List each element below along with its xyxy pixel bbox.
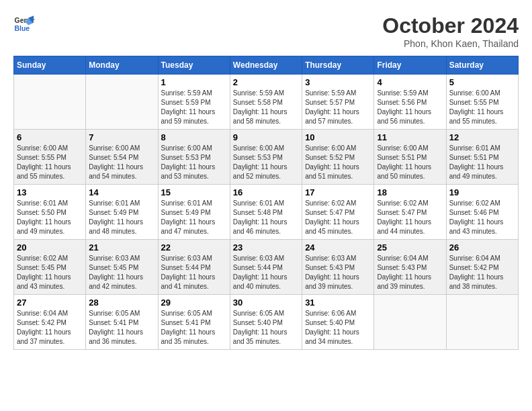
calendar-day: 30Sunrise: 6:05 AMSunset: 5:40 PMDayligh… (230, 295, 302, 350)
day-header-thursday: Thursday (302, 56, 374, 75)
day-number: 7 (89, 132, 154, 142)
day-info: Sunrise: 6:03 AMSunset: 5:44 PMDaylight:… (161, 254, 227, 291)
day-info: Sunrise: 6:05 AMSunset: 5:41 PMDaylight:… (89, 309, 154, 347)
day-info: Sunrise: 6:01 AMSunset: 5:49 PMDaylight:… (161, 199, 227, 236)
calendar-day: 6Sunrise: 6:00 AMSunset: 5:55 PMDaylight… (14, 130, 86, 185)
day-number: 26 (449, 242, 515, 253)
day-info: Sunrise: 6:03 AMSunset: 5:45 PMDaylight:… (89, 254, 154, 291)
day-info: Sunrise: 5:59 AMSunset: 5:58 PMDaylight:… (233, 89, 299, 126)
calendar-day: 27Sunrise: 6:04 AMSunset: 5:42 PMDayligh… (14, 295, 86, 350)
day-number: 20 (17, 242, 83, 253)
day-header-monday: Monday (86, 56, 158, 75)
day-number: 21 (89, 242, 154, 253)
logo: General Blue (13, 13, 35, 35)
day-number: 1 (161, 77, 227, 87)
day-number: 24 (305, 242, 371, 253)
day-number: 29 (161, 298, 227, 308)
day-info: Sunrise: 6:00 AMSunset: 5:54 PMDaylight:… (89, 144, 154, 181)
day-header-saturday: Saturday (446, 56, 518, 75)
calendar-week-row: 1Sunrise: 5:59 AMSunset: 5:59 PMDaylight… (14, 75, 519, 130)
day-info: Sunrise: 6:05 AMSunset: 5:41 PMDaylight:… (161, 309, 227, 347)
day-info: Sunrise: 5:59 AMSunset: 5:56 PMDaylight:… (377, 89, 443, 126)
calendar-day: 8Sunrise: 6:00 AMSunset: 5:53 PMDaylight… (158, 130, 230, 185)
day-number: 30 (233, 298, 299, 308)
day-number: 23 (233, 242, 299, 253)
calendar-day: 14Sunrise: 6:01 AMSunset: 5:49 PMDayligh… (86, 185, 158, 240)
day-info: Sunrise: 6:03 AMSunset: 5:44 PMDaylight:… (233, 254, 299, 291)
day-info: Sunrise: 6:03 AMSunset: 5:43 PMDaylight:… (305, 254, 371, 291)
day-info: Sunrise: 6:00 AMSunset: 5:53 PMDaylight:… (233, 144, 299, 181)
day-info: Sunrise: 6:00 AMSunset: 5:52 PMDaylight:… (305, 144, 371, 181)
day-info: Sunrise: 6:02 AMSunset: 5:47 PMDaylight:… (377, 199, 443, 236)
location: Phon, Khon Kaen, Thailand (382, 38, 519, 49)
day-info: Sunrise: 6:05 AMSunset: 5:40 PMDaylight:… (233, 309, 299, 347)
calendar-day: 5Sunrise: 6:00 AMSunset: 5:55 PMDaylight… (446, 75, 518, 130)
calendar-day: 28Sunrise: 6:05 AMSunset: 5:41 PMDayligh… (86, 295, 158, 350)
day-info: Sunrise: 5:59 AMSunset: 5:57 PMDaylight:… (305, 89, 371, 126)
day-info: Sunrise: 6:04 AMSunset: 5:42 PMDaylight:… (17, 309, 83, 347)
calendar-day: 4Sunrise: 5:59 AMSunset: 5:56 PMDaylight… (374, 75, 446, 130)
calendar-day: 9Sunrise: 6:00 AMSunset: 5:53 PMDaylight… (230, 130, 302, 185)
day-number: 8 (161, 132, 227, 142)
calendar-day: 29Sunrise: 6:05 AMSunset: 5:41 PMDayligh… (158, 295, 230, 350)
calendar-day: 16Sunrise: 6:01 AMSunset: 5:48 PMDayligh… (230, 185, 302, 240)
calendar-day: 20Sunrise: 6:02 AMSunset: 5:45 PMDayligh… (14, 240, 86, 295)
title-block: October 2024 Phon, Khon Kaen, Thailand (382, 13, 519, 49)
day-number: 13 (17, 187, 83, 197)
day-number: 11 (377, 132, 443, 142)
calendar-day (86, 75, 158, 130)
day-info: Sunrise: 6:04 AMSunset: 5:42 PMDaylight:… (449, 254, 515, 291)
calendar-day: 26Sunrise: 6:04 AMSunset: 5:42 PMDayligh… (446, 240, 518, 295)
calendar-day: 18Sunrise: 6:02 AMSunset: 5:47 PMDayligh… (374, 185, 446, 240)
calendar-day: 21Sunrise: 6:03 AMSunset: 5:45 PMDayligh… (86, 240, 158, 295)
day-number: 27 (17, 298, 83, 308)
day-info: Sunrise: 6:00 AMSunset: 5:55 PMDaylight:… (17, 144, 83, 181)
day-info: Sunrise: 6:00 AMSunset: 5:51 PMDaylight:… (377, 144, 443, 181)
day-info: Sunrise: 5:59 AMSunset: 5:59 PMDaylight:… (161, 89, 227, 126)
day-info: Sunrise: 6:04 AMSunset: 5:43 PMDaylight:… (377, 254, 443, 291)
logo-icon: General Blue (13, 13, 35, 35)
day-number: 31 (305, 298, 371, 308)
calendar-day: 10Sunrise: 6:00 AMSunset: 5:52 PMDayligh… (302, 130, 374, 185)
calendar-day: 17Sunrise: 6:02 AMSunset: 5:47 PMDayligh… (302, 185, 374, 240)
day-info: Sunrise: 6:06 AMSunset: 5:40 PMDaylight:… (305, 309, 371, 347)
day-number: 3 (305, 77, 371, 87)
calendar-table: SundayMondayTuesdayWednesdayThursdayFrid… (13, 56, 519, 350)
calendar-day: 11Sunrise: 6:00 AMSunset: 5:51 PMDayligh… (374, 130, 446, 185)
svg-text:Blue: Blue (15, 25, 30, 32)
day-number: 9 (233, 132, 299, 142)
day-info: Sunrise: 6:02 AMSunset: 5:45 PMDaylight:… (17, 254, 83, 291)
calendar-day: 25Sunrise: 6:04 AMSunset: 5:43 PMDayligh… (374, 240, 446, 295)
day-info: Sunrise: 6:00 AMSunset: 5:53 PMDaylight:… (161, 144, 227, 181)
calendar-week-row: 6Sunrise: 6:00 AMSunset: 5:55 PMDaylight… (14, 130, 519, 185)
day-info: Sunrise: 6:01 AMSunset: 5:50 PMDaylight:… (17, 199, 83, 236)
day-header-sunday: Sunday (14, 56, 86, 75)
calendar-day: 2Sunrise: 5:59 AMSunset: 5:58 PMDaylight… (230, 75, 302, 130)
calendar-day: 3Sunrise: 5:59 AMSunset: 5:57 PMDaylight… (302, 75, 374, 130)
day-number: 19 (449, 187, 515, 197)
calendar-day (14, 75, 86, 130)
day-number: 18 (377, 187, 443, 197)
calendar-day: 1Sunrise: 5:59 AMSunset: 5:59 PMDaylight… (158, 75, 230, 130)
day-info: Sunrise: 6:02 AMSunset: 5:46 PMDaylight:… (449, 199, 515, 236)
calendar-day (374, 295, 446, 350)
day-number: 2 (233, 77, 299, 87)
page-header: General Blue October 2024 Phon, Khon Kae… (13, 13, 519, 49)
calendar-day: 13Sunrise: 6:01 AMSunset: 5:50 PMDayligh… (14, 185, 86, 240)
day-header-friday: Friday (374, 56, 446, 75)
day-info: Sunrise: 6:02 AMSunset: 5:47 PMDaylight:… (305, 199, 371, 236)
month-title: October 2024 (382, 13, 519, 38)
day-info: Sunrise: 6:01 AMSunset: 5:48 PMDaylight:… (233, 199, 299, 236)
day-info: Sunrise: 6:00 AMSunset: 5:55 PMDaylight:… (449, 89, 515, 126)
calendar-day: 19Sunrise: 6:02 AMSunset: 5:46 PMDayligh… (446, 185, 518, 240)
day-number: 10 (305, 132, 371, 142)
day-header-tuesday: Tuesday (158, 56, 230, 75)
day-number: 28 (89, 298, 154, 308)
calendar-week-row: 13Sunrise: 6:01 AMSunset: 5:50 PMDayligh… (14, 185, 519, 240)
calendar-day: 22Sunrise: 6:03 AMSunset: 5:44 PMDayligh… (158, 240, 230, 295)
day-number: 22 (161, 242, 227, 253)
day-number: 16 (233, 187, 299, 197)
day-number: 4 (377, 77, 443, 87)
day-number: 15 (161, 187, 227, 197)
day-number: 17 (305, 187, 371, 197)
